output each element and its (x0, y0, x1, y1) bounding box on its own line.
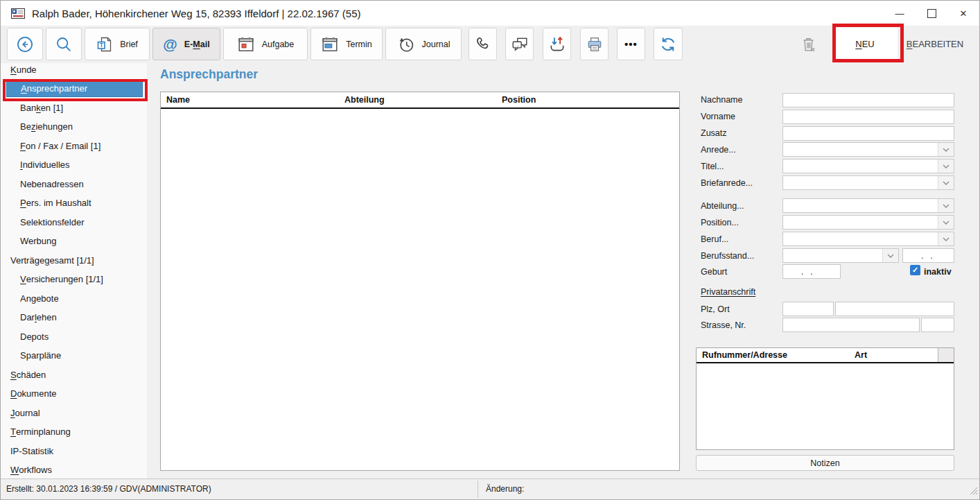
aufgabe-button[interactable]: Aufgabe (223, 28, 308, 60)
page-title: Ansprechpartner (160, 67, 258, 82)
sidebar-item-label: esamt [1/1] (49, 255, 94, 266)
sidebar-item-kunde[interactable]: Kunde (6, 63, 143, 78)
nr-field[interactable] (921, 318, 954, 332)
plz-field[interactable] (782, 302, 834, 316)
brief-button[interactable]: T Brief (85, 28, 150, 60)
more-button[interactable]: ••• (617, 28, 645, 60)
chat-button[interactable]: ... (505, 28, 534, 60)
sidebar-item-darlehen[interactable]: Darlehen (6, 309, 143, 326)
strasse-nr-label: Strasse, Nr. (701, 320, 746, 330)
sidebar-item-journal[interactable]: Journal (6, 404, 143, 421)
position-label: Position... (701, 218, 739, 227)
rufnummer-table-header: Rufnummer/Adresse Art (697, 348, 954, 363)
sidebar-item-dokumente[interactable]: Dokumente (6, 386, 143, 402)
sidebar-item-individuelles[interactable]: Individuelles (6, 157, 143, 173)
sidebar-item-nebenadressen[interactable]: Nebenadressen (6, 175, 143, 192)
import-export-button[interactable] (543, 28, 571, 60)
close-button[interactable]: ✕ (947, 1, 979, 26)
sidebar-item-sparplaene[interactable]: Sparpläne (6, 347, 143, 364)
sidebar-item-werbung[interactable]: Werbung (6, 233, 143, 250)
sidebar-item-label: Nebenadressen (20, 179, 84, 189)
inaktiv-label: inaktiv (924, 267, 952, 277)
ort-field[interactable] (835, 302, 954, 316)
back-button[interactable] (7, 28, 43, 60)
svg-text:...: ... (515, 41, 519, 47)
privatanschrift-section-label: Privatanschrift (701, 287, 755, 297)
sidebar-item-label: orkflows (19, 465, 52, 475)
sidebar-item-vertraege-gesamt[interactable]: Verträge gesamt [1/1] (6, 252, 143, 268)
sidebar-item-terminplanung[interactable]: Terminplanung (6, 424, 143, 440)
rufnummer-table[interactable]: Rufnummer/Adresse Art (696, 347, 954, 450)
search-icon (55, 35, 73, 53)
refresh-button[interactable] (654, 28, 683, 60)
sidebar-item-versicherungen[interactable]: Versicherungen [1/1] (6, 271, 143, 288)
sidebar-item-label: Verträge (10, 255, 44, 266)
chevron-down-icon[interactable] (938, 176, 954, 189)
termin-button[interactable]: Termin (310, 28, 383, 60)
chevron-down-icon[interactable] (882, 249, 898, 262)
beruf-select[interactable] (782, 232, 954, 246)
sidebar-item-selektionsfelder[interactable]: Selektionsfelder (6, 214, 143, 230)
bearbeiten-button[interactable]: BEARBEITEN (898, 28, 972, 60)
zusatz-label: Zusatz (701, 128, 727, 138)
search-button[interactable] (46, 28, 82, 60)
chevron-down-icon[interactable] (938, 143, 954, 156)
column-abteilung[interactable]: Abteilung (344, 92, 385, 107)
sidebar: KundeAnsprechpartnerBanken [1]Beziehunge… (1, 63, 147, 479)
sidebar-item-label: Sparpläne (20, 350, 61, 361)
sidebar-item-label: W (10, 465, 19, 475)
position-select[interactable] (782, 215, 954, 230)
berufsstand-select[interactable] (782, 248, 899, 263)
minimize-button[interactable]: — (884, 1, 916, 26)
sidebar-item-label: erminplanung (16, 426, 71, 437)
titlebar: Ralph Bader, Höhenkirchener Weg 15, 8239… (1, 1, 979, 26)
sidebar-item-label: unde (17, 64, 37, 75)
journal-button[interactable]: Journal (385, 28, 462, 60)
nachname-field[interactable] (782, 93, 954, 107)
sidebar-item-angebote[interactable]: Angebote (6, 290, 143, 307)
sidebar-item-schaeden[interactable]: Schäden (6, 366, 143, 383)
column-rufnummer-adresse[interactable]: Rufnummer/Adresse (702, 348, 787, 362)
titel-label: Titel... (701, 162, 724, 171)
notizen-button[interactable]: Notizen (696, 455, 954, 471)
maximize-button[interactable] (916, 1, 947, 26)
sidebar-item-label: okumente (17, 388, 56, 399)
chevron-down-icon[interactable] (938, 199, 954, 212)
zusatz-field[interactable] (782, 126, 954, 141)
contacts-list-table[interactable]: Name Abteilung Position (160, 92, 680, 471)
sidebar-item-banken[interactable]: Banken [1] (6, 99, 143, 116)
strasse-field[interactable] (782, 318, 920, 332)
inaktiv-checkbox[interactable]: ✓ (910, 265, 920, 275)
phone-button[interactable] (469, 28, 497, 60)
neu-button[interactable]: NEU (832, 28, 898, 60)
chevron-down-icon[interactable] (938, 160, 954, 173)
journal-label: Journal (422, 40, 450, 49)
anrede-select[interactable] (782, 142, 954, 157)
sidebar-item-beziehungen[interactable]: Beziehungen (6, 119, 143, 135)
sidebar-item-label: K (10, 64, 17, 75)
email-button[interactable]: @ E-Mail (152, 28, 220, 60)
sidebar-item-workflows[interactable]: Workflows (6, 462, 143, 479)
task-icon (237, 35, 255, 53)
titel-select[interactable] (782, 159, 954, 173)
sidebar-item-label: ersicherungen [1/1] (26, 274, 103, 284)
column-position[interactable]: Position (502, 92, 536, 107)
berufsstand-date-field[interactable]: . . (902, 248, 954, 263)
sidebar-item-ip-statistik[interactable]: IP-Statistik (6, 442, 143, 459)
print-button[interactable] (580, 28, 609, 60)
sidebar-item-pers-im-haushalt[interactable]: Pers. im Haushalt (6, 195, 143, 212)
sidebar-item-depots[interactable]: Depots (6, 328, 143, 345)
sidebar-item-ansprechpartner[interactable]: Ansprechpartner (6, 80, 143, 97)
column-name[interactable]: Name (166, 92, 190, 107)
column-art[interactable]: Art (855, 348, 867, 362)
chevron-down-icon[interactable] (938, 216, 954, 229)
vorname-field[interactable] (782, 110, 954, 124)
delete-button[interactable] (791, 28, 827, 60)
sidebar-item-fon-fax-email[interactable]: Fon / Fax / Email [1] (6, 137, 143, 154)
briefanrede-select[interactable] (782, 175, 954, 190)
chevron-down-icon[interactable] (938, 232, 954, 245)
briefanrede-label: Briefanrede... (701, 178, 753, 188)
resize-grip-icon[interactable] (970, 485, 978, 498)
abteilung-select[interactable] (782, 198, 954, 213)
geburt-date-field[interactable]: . . (782, 264, 841, 279)
